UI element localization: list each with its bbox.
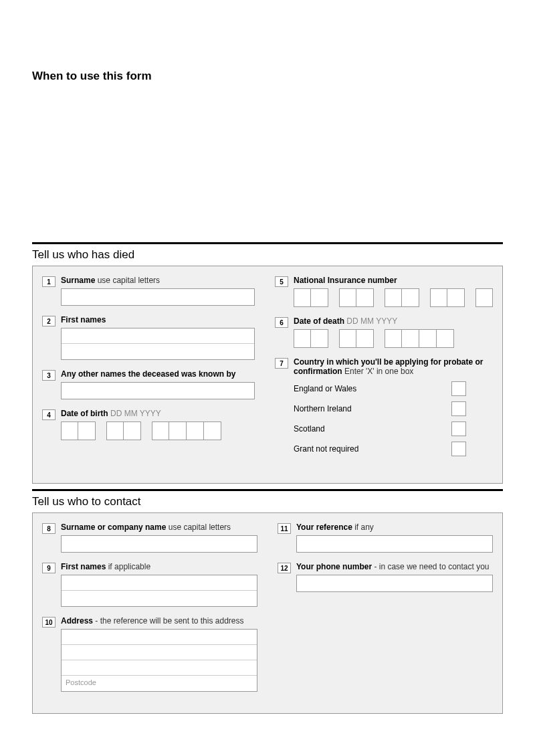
field-contact-address: 10 Address - the reference will be sent …: [57, 616, 257, 692]
when-to-use-heading: When to use this form: [32, 69, 257, 84]
dod-input[interactable]: [294, 329, 493, 348]
logo: HM Revenue & Customs: [32, 27, 100, 52]
checkbox-grant[interactable]: [451, 442, 466, 456]
country-option-ni: Northern Ireland: [294, 401, 493, 416]
checkbox-scotland[interactable]: [451, 421, 466, 436]
help-p1: For more information, go to www.gov.uk/i…: [278, 86, 503, 108]
field-dod: 6 Date of death DD MM YYYY: [290, 316, 493, 348]
c-addr-input[interactable]: Postcode: [61, 629, 257, 692]
c-addr-hint: - the reference will be sent to this add…: [93, 616, 243, 626]
field-nino: 5 National Insurance number: [290, 276, 493, 307]
c-surname-input[interactable]: [61, 535, 257, 553]
page-title: Application for an Inheritance Tax refer…: [284, 27, 503, 40]
field-country: 7 Country in which you'll be applying fo…: [290, 357, 493, 462]
field-number: 5: [275, 276, 288, 287]
field-number: 3: [42, 370, 56, 381]
dob-input[interactable]: [61, 421, 255, 440]
checkbox-ni[interactable]: [451, 401, 466, 416]
field-surname: 1 Surname use capital letters: [57, 276, 255, 306]
footer-right: HMRC 10/21: [457, 723, 503, 733]
field-number: 1: [42, 276, 56, 287]
opt-label: England or Wales: [294, 384, 356, 393]
ref-hint: if any: [352, 523, 374, 532]
title-block: Application for an Inheritance Tax refer…: [284, 27, 503, 52]
help-heading: If you need help: [278, 70, 503, 81]
dob-hint: DD MM YYYY: [108, 409, 161, 418]
dod-label: Date of death: [294, 316, 344, 326]
field-dob: 4 Date of birth DD MM YYYY: [57, 409, 255, 440]
postcode-placeholder: Postcode: [62, 676, 257, 691]
c-surname-label: Surname or company name: [61, 523, 166, 532]
country-hint: Enter 'X' in one box: [342, 367, 414, 376]
where-p3: HM Revenue and Customs: [278, 189, 503, 200]
phone-label: Your phone number: [296, 562, 372, 571]
section1-panel: 1 Surname use capital letters 2 First na…: [32, 266, 503, 484]
opt-label: Northern Ireland: [294, 404, 352, 413]
where-p4: BX9 1HT: [278, 205, 503, 216]
logo-line1: HM Revenue: [32, 27, 100, 39]
field-number: 4: [42, 409, 56, 420]
nino-label: National Insurance number: [294, 276, 397, 285]
divider: [32, 242, 503, 244]
c-surname-hint: use capital letters: [166, 523, 231, 532]
country-option-grant: Grant not required: [294, 442, 493, 456]
opt-label: Scotland: [294, 424, 325, 434]
intro-p2: You'll need to apply for the reference n…: [32, 115, 257, 136]
section2-panel: 8 Surname or company name use capital le…: [32, 512, 503, 714]
divider: [32, 489, 503, 491]
othernames-label: Any other names the deceased was known b…: [61, 369, 235, 379]
field-number: 11: [278, 523, 291, 534]
field-your-ref: 11 Your reference if any: [292, 523, 493, 553]
intro-right: If you need help For more information, g…: [278, 69, 503, 229]
field-number: 7: [275, 358, 288, 369]
surname-label: Surname: [61, 276, 95, 285]
nino-input[interactable]: [294, 288, 493, 307]
c-addr-label: Address: [61, 616, 93, 626]
intro-left: When to use this form Fill in this form …: [32, 69, 257, 229]
section2-title: Tell us who to contact: [32, 495, 503, 508]
c-first-hint: if applicable: [106, 562, 150, 571]
field-number: 12: [278, 563, 291, 573]
firstnames-label: First names: [61, 315, 106, 324]
surname-input[interactable]: [61, 288, 255, 306]
country-option-england: England or Wales: [294, 381, 493, 396]
intro-section: When to use this form Fill in this form …: [32, 69, 503, 229]
help-p2: If you're calling from outside of the UK…: [278, 114, 503, 135]
dob-label: Date of birth: [61, 409, 108, 418]
field-number: 10: [42, 617, 56, 628]
footer-left: IHT422 Substitute (LexisNexis) Page 1: [32, 723, 171, 733]
field-number: 8: [42, 523, 56, 534]
field-number: 6: [275, 317, 288, 328]
where-p1: Please send the completed form to:: [278, 157, 503, 167]
intro-p4: We collect particular data about the dec…: [32, 180, 257, 223]
field-number: 2: [42, 316, 56, 326]
page-subtitle: Schedule IHT422: [284, 41, 503, 52]
section1-title: Tell us who has died: [32, 248, 503, 262]
checkbox-england[interactable]: [451, 381, 466, 396]
header: HM Revenue & Customs Application for an …: [32, 27, 503, 52]
where-p2: Inheritance Tax: [278, 173, 503, 183]
field-phone: 12 Your phone number - in case we need t…: [292, 562, 493, 592]
field-firstnames: 2 First names: [57, 315, 255, 360]
c-first-label: First names: [61, 562, 106, 571]
ref-label: Your reference: [296, 523, 352, 532]
surname-hint: use capital letters: [95, 276, 160, 285]
intro-p3: You must fill in all the details we ask …: [32, 143, 257, 175]
phone-hint: - in case we need to contact you: [372, 562, 489, 571]
field-contact-surname: 8 Surname or company name use capital le…: [57, 523, 257, 553]
dod-hint: DD MM YYYY: [344, 316, 397, 326]
phone-input[interactable]: [296, 575, 493, 592]
opt-label: Grant not required: [294, 444, 358, 454]
intro-p1: Fill in this form if there's any Inherit…: [32, 88, 257, 110]
field-othernames: 3 Any other names the deceased was known…: [57, 369, 255, 399]
country-option-scotland: Scotland: [294, 421, 493, 436]
where-heading: Where to send this form: [278, 140, 503, 151]
c-first-input[interactable]: [61, 575, 257, 607]
logo-line2: & Customs: [32, 39, 100, 52]
footer: IHT422 Substitute (LexisNexis) Page 1 HM…: [32, 723, 503, 733]
field-contact-firstnames: 9 First names if applicable: [57, 562, 257, 607]
field-number: 9: [42, 563, 56, 573]
ref-input[interactable]: [296, 535, 493, 553]
othernames-input[interactable]: [61, 382, 255, 399]
firstnames-input[interactable]: [61, 328, 255, 360]
